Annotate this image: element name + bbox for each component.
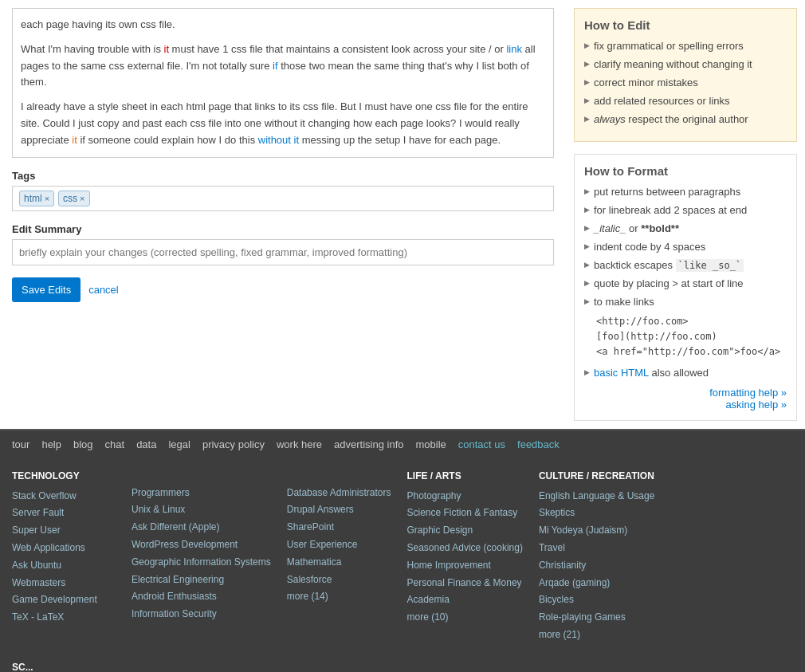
footer-link-ee[interactable]: Electrical Engineering [132, 573, 271, 587]
footer-link-travel[interactable]: Travel [539, 541, 654, 555]
how-to-edit-item-4: add related resources or links [584, 95, 787, 107]
how-to-edit-item-2: clarify meaning without changing it [584, 58, 787, 70]
footer-science-header: SC... [12, 662, 140, 672]
footer-link-webmasters[interactable]: Webmasters [12, 576, 116, 590]
footer-link-serverfault[interactable]: Server Fault [12, 506, 116, 520]
footer-nav-advertising[interactable]: advertising info [334, 438, 403, 450]
action-buttons: Save Edits cancel [12, 277, 554, 302]
save-edits-button[interactable]: Save Edits [12, 277, 80, 302]
footer-link-gamedev[interactable]: Game Development [12, 593, 116, 607]
footer-link-ux[interactable]: User Experience [287, 538, 391, 552]
format-item-2: for linebreak add 2 spaces at end [584, 204, 787, 216]
how-to-edit-item-1: fix grammatical or spelling errors [584, 40, 787, 52]
footer-link-arqade[interactable]: Arqade (gaming) [539, 576, 654, 590]
how-to-edit-title: How to Edit [584, 18, 787, 32]
how-to-format-box: How to Format put returns between paragr… [574, 154, 797, 421]
footer-link-miyodeya[interactable]: Mi Yodeya (Judaism) [539, 524, 654, 537]
footer-link-photography[interactable]: Photography [406, 489, 522, 503]
tags-section: Tags html × css × [12, 170, 554, 211]
footer-link-salesforce[interactable]: Salesforce [287, 573, 391, 587]
footer-link-academia[interactable]: Academia [406, 593, 522, 607]
footer-link-webapps[interactable]: Web Applications [12, 541, 116, 555]
format-item-3: _italic_ or **bold** [584, 222, 787, 234]
asking-help-link[interactable]: asking help » [584, 399, 787, 411]
footer-link-askubuntu[interactable]: Ask Ubuntu [12, 559, 116, 572]
footer-nav-privacy[interactable]: privacy policy [202, 438, 265, 450]
footer-link-cooking[interactable]: Seasoned Advice (cooking) [406, 541, 522, 555]
footer-link-unix[interactable]: Unix & Linux [132, 503, 271, 517]
footer-link-culture-more[interactable]: more (21) [539, 628, 654, 642]
backtick-code: `like _so_` [676, 259, 744, 272]
highlight-it: it [164, 43, 170, 55]
how-to-format-title: How to Format [584, 164, 787, 178]
formatting-help-link[interactable]: formatting help » [584, 387, 787, 399]
footer-link-gis[interactable]: Geographic Information Systems [132, 556, 271, 569]
footer-nav-contact[interactable]: contact us [458, 438, 505, 450]
footer-link-askdifferent[interactable]: Ask Different (Apple) [132, 521, 271, 534]
footer-link-christianity[interactable]: Christianity [539, 559, 654, 572]
tags-input-container[interactable]: html × css × [12, 186, 554, 211]
tag-html: html × [19, 191, 54, 206]
footer-link-superuser[interactable]: Super User [12, 524, 116, 537]
footer-link-infosec[interactable]: Information Security [132, 607, 271, 621]
left-panel: each page having its own css file. What … [0, 0, 566, 429]
footer-nav-feedback[interactable]: feedback [517, 438, 560, 450]
footer-link-english[interactable]: English Language & Usage [539, 489, 654, 503]
format-item-4: indent code by 4 spaces [584, 241, 787, 253]
footer-col-lifearts: LIFE / ARTS Photography Science Fiction … [406, 470, 522, 646]
footer-link-rpg[interactable]: Role-playing Games [539, 611, 654, 624]
footer-link-personalfinance[interactable]: Personal Finance & Money [406, 576, 522, 590]
footer-nav-work[interactable]: work here [277, 438, 322, 450]
footer-link-stackoverflow[interactable]: Stack Overflow [12, 489, 116, 503]
how-to-edit-box: How to Edit fix grammatical or spelling … [574, 8, 797, 142]
footer-link-tex[interactable]: TeX - LaTeX [12, 611, 116, 624]
footer-lifearts-header: LIFE / ARTS [406, 470, 522, 481]
footer-tech-header: TECHNOLOGY [12, 470, 116, 481]
tag-html-label: html [24, 193, 42, 204]
footer-nav-blog[interactable]: blog [73, 438, 93, 450]
footer-link-scifi[interactable]: Science Fiction & Fantasy [406, 506, 522, 520]
edit-summary-input[interactable] [12, 239, 554, 265]
footer-col-science-2: Area 51 Stack Overflow Careers [156, 662, 260, 672]
footer-link-skeptics[interactable]: Skeptics [539, 506, 654, 520]
format-help-links: formatting help » asking help » [584, 387, 787, 411]
tag-css: css × [58, 191, 89, 206]
highlight-it2: it [72, 134, 77, 146]
footer-link-graphicdesign[interactable]: Graphic Design [406, 524, 522, 537]
footer-link-lifearts-more[interactable]: more (10) [406, 611, 522, 624]
how-to-format-list: put returns between paragraphs for lineb… [584, 186, 787, 308]
footer-link-homeimprovement[interactable]: Home Improvement [406, 559, 522, 572]
tag-html-close[interactable]: × [45, 194, 49, 203]
footer-columns: TECHNOLOGY Stack Overflow Server Fault S… [0, 458, 805, 672]
footer-col-tech-3: Database Administrators Drupal Answers S… [287, 470, 391, 646]
footer-col-tech-1: TECHNOLOGY Stack Overflow Server Fault S… [12, 470, 116, 646]
footer-link-programmers[interactable]: Programmers [132, 486, 271, 500]
footer-link-dba[interactable]: Database Administrators [287, 486, 391, 500]
footer-col-science-1: SC... Ma... Cre... Theoretical Computer … [12, 662, 140, 672]
tag-css-close[interactable]: × [80, 194, 84, 203]
format-item-7: to make links [584, 296, 787, 308]
footer-nav-legal[interactable]: legal [168, 438, 190, 450]
how-to-edit-item-5: always respect the original author [584, 113, 787, 125]
cancel-button[interactable]: cancel [88, 284, 119, 296]
footer-link-sharepoint[interactable]: SharePoint [287, 521, 391, 534]
footer-nav-data[interactable]: data [136, 438, 156, 450]
footer-nav-help[interactable]: help [41, 438, 61, 450]
how-to-edit-item-3: correct minor mistakes [584, 77, 787, 88]
highlight-if: if [273, 60, 278, 72]
footer-nav-chat[interactable]: chat [105, 438, 125, 450]
question-para-1: each page having its own css file. [21, 17, 545, 33]
footer-link-mathematica[interactable]: Mathematica [287, 556, 391, 569]
footer-nav: tour help blog chat data legal privacy p… [0, 429, 805, 458]
links-example: <http://foo.com> [foo](http://foo.com) <… [596, 314, 787, 360]
footer-link-android[interactable]: Android Enthusiasts [132, 590, 271, 603]
footer-link-drupal[interactable]: Drupal Answers [287, 503, 391, 517]
footer-link-tech-more[interactable]: more (14) [287, 590, 391, 603]
footer-link-wordpress[interactable]: WordPress Development [132, 538, 271, 552]
format-item-5: backtick escapes `like _so_` [584, 259, 787, 271]
footer-link-bicycles[interactable]: Bicycles [539, 593, 654, 607]
question-text-area: each page having its own css file. What … [12, 8, 554, 158]
question-para-3: I already have a style sheet in each htm… [21, 99, 545, 148]
footer-nav-tour[interactable]: tour [12, 438, 29, 450]
footer-nav-mobile[interactable]: mobile [415, 438, 446, 450]
